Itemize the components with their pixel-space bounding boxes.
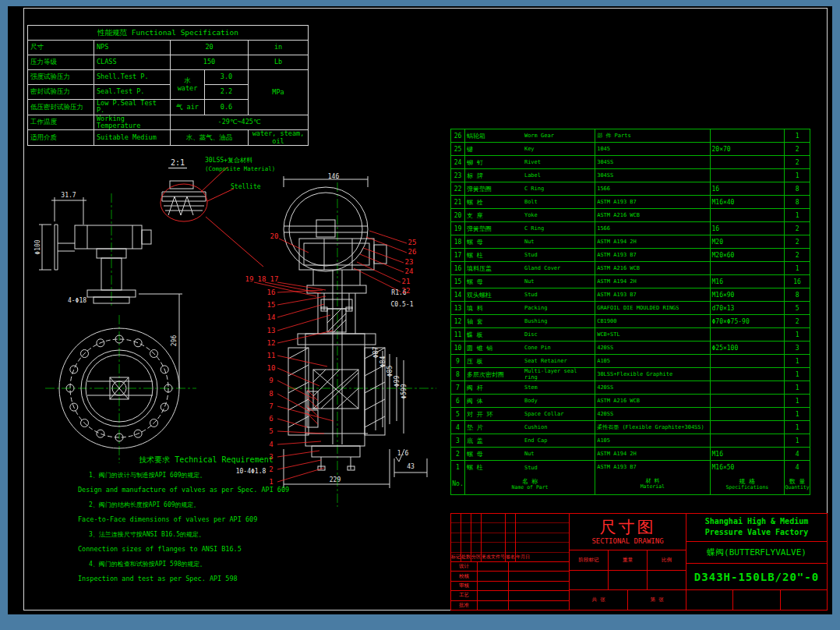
technical-requirement-line: Connection sizes of flanges to ANSI B16.… (72, 542, 341, 557)
bottom-cell (686, 590, 733, 610)
part-name-zh: 螺 母 (467, 238, 524, 246)
part-material: ASTM A194 2H (595, 235, 710, 248)
part-number: 22 (451, 182, 465, 195)
spec-lowseal-val: 0.6 (205, 100, 249, 115)
part-name: 填 料 Packing (465, 302, 595, 314)
parts-table-row: 10 圆 锥 销 Cone Pin 420SS Φ25×100 3 (451, 342, 810, 355)
revision-header-cell: 签名 (506, 514, 516, 561)
part-spec: M20×60 (711, 249, 785, 261)
part-name: 螺 母 Nut (465, 448, 595, 460)
dimension-label: Φ99 (394, 376, 401, 387)
part-material: 1045 (595, 143, 710, 155)
part-name-zh: 螺 母 (467, 450, 524, 458)
part-number: 11 (451, 328, 465, 341)
part-name-en: Gland Cover (524, 265, 593, 271)
part-material: 420SS (595, 381, 710, 394)
part-spec: Φ70×Φ75-90 (711, 315, 785, 327)
parts-table-row: 12 轴 套 Bushing CB1900 Φ70×Φ75-90 2 (451, 315, 810, 328)
part-material: GRAFOIL DIE MOULDED RINGS (595, 302, 710, 314)
dimension-label: Φ85 (386, 366, 394, 377)
parts-list-rows: 26 蜗轮箱 Worm Gear 部 件 Parts 1 25 键 Key 10… (451, 129, 810, 474)
dimension-label: Φ84 (379, 356, 386, 367)
signature-row: 工艺 (451, 591, 569, 600)
part-spec (711, 381, 785, 394)
part-material: 304SS (595, 169, 710, 182)
part-material: ASTM A216 WCB (595, 209, 710, 221)
parts-table-row: 13 填 料 Packing GRAFOIL DIE MOULDED RINGS… (451, 302, 810, 315)
drawing-name-area: 尺寸图 SECTIONAL DRAWING 阶段标记重量比例 共 张第 张 (570, 514, 686, 610)
part-number: 8 (451, 368, 465, 380)
spec-air-medium: 气 air (171, 100, 205, 115)
part-name-en: C Ring (524, 186, 593, 192)
part-number: 3 (451, 434, 465, 447)
technical-requirements-lines: 1、阀门的设计与制造按API 609的规定。Design and manufac… (72, 468, 341, 586)
date-cell (509, 591, 569, 600)
part-name-en: Stud (524, 292, 593, 298)
header-spec: 规 格 Specifications (711, 474, 785, 494)
spec-seal-en: Seal.Test P. (94, 85, 171, 100)
part-name: 螺 柱 Stud (465, 461, 595, 474)
part-number: 26 (451, 129, 465, 142)
dimension-label: 10-4Φ1.8 (236, 468, 266, 475)
part-material: ASTM A193 B7 (595, 196, 710, 208)
dimension-label: 4-Φ18 (68, 297, 86, 304)
part-number: 2 (451, 448, 465, 460)
part-name: 铆 钉 Rivet (465, 156, 595, 168)
parts-table-row: 21 螺 栓 Bolt ASTM A193 B7 M16×40 8 (451, 196, 810, 209)
part-name: 弹簧垫圈 C Ring (465, 222, 595, 235)
technical-requirement-line: Design and manufacture of valves as per … (72, 483, 341, 497)
part-name-zh: 填料压盖 (467, 264, 524, 273)
part-spec (711, 395, 785, 407)
revision-header-cell: 更改文件号 (482, 514, 506, 561)
parts-table-row: 4 垫 片 Cushion 柔性石墨 (Flexible Graphite+30… (451, 421, 810, 434)
spec-seal-zh: 密封试验压力 (28, 85, 94, 100)
signature-row: 校核 (451, 572, 569, 581)
part-spec (711, 434, 785, 447)
part-name: 阀 体 Body (465, 395, 595, 407)
spec-class-zh: 压力等级 (28, 55, 94, 70)
detail-view (162, 181, 206, 215)
sheet-label-cell: 第 张 (628, 590, 686, 610)
product-name: 蝶阀(BUTTERFLYVALVE) (686, 542, 827, 564)
company-line2: Pressure Valve Factory (686, 527, 827, 538)
part-name-zh: 阀 杆 (467, 384, 524, 392)
part-name-en: Nut (524, 451, 593, 457)
signature-cell (478, 591, 509, 600)
part-callout-number: 12 (267, 339, 276, 347)
spec-title: 性能规范 Functional Specification (28, 26, 309, 41)
parts-table-row: 6 阀 体 Body ASTM A216 WCB 1 (451, 395, 810, 408)
part-number: 7 (451, 381, 465, 394)
parts-table-row: 23 标 牌 Label 304SS 1 (451, 169, 810, 182)
dimension-label: Φ599 (401, 384, 408, 398)
part-spec: 16 (711, 182, 785, 195)
parts-table-row: 26 蜗轮箱 Worm Gear 部 件 Parts 1 (451, 129, 810, 143)
stage-weight-scale-values (570, 571, 686, 591)
header-quantity-en: Quantity (785, 485, 809, 490)
part-material: A105 (595, 434, 710, 447)
company-line1: Shanghai High & Medium (686, 516, 827, 527)
part-spec (711, 156, 785, 168)
dimension-label: 296 (171, 335, 178, 346)
part-name-zh: 弹簧垫圈 (467, 225, 524, 233)
dimension-label: 43 (407, 463, 415, 470)
part-name: 圆 锥 销 Cone Pin (465, 342, 595, 354)
part-name-en: Multi-layer seal ring (524, 368, 593, 380)
part-spec: M16 (711, 448, 785, 460)
part-callout-number: 8 (269, 390, 273, 398)
part-callout-number: 23 (405, 258, 414, 266)
part-name: 螺 柱 Stud (465, 249, 595, 261)
part-spec (711, 328, 785, 341)
part-name-zh: 底 盖 (467, 437, 524, 445)
revision-table: 标记处数分区更改文件号签名年月日 (451, 514, 569, 562)
mid-label-cell: 比例 (648, 550, 686, 570)
part-callout-number: 7 (269, 402, 273, 410)
part-callout-number: 17 (270, 275, 279, 283)
part-material: ASTM A216 WCB (595, 262, 710, 274)
part-name: 轴 套 Bushing (465, 315, 595, 327)
detail-scale-label: 2:1 (168, 158, 187, 168)
part-quantity: 4 (785, 448, 810, 460)
date-cell (509, 601, 569, 610)
technical-requirement-line: 1、阀门的设计与制造按API 609的规定。 (72, 468, 341, 483)
part-name-zh: 螺 母 (467, 278, 524, 286)
section-view (284, 176, 427, 488)
